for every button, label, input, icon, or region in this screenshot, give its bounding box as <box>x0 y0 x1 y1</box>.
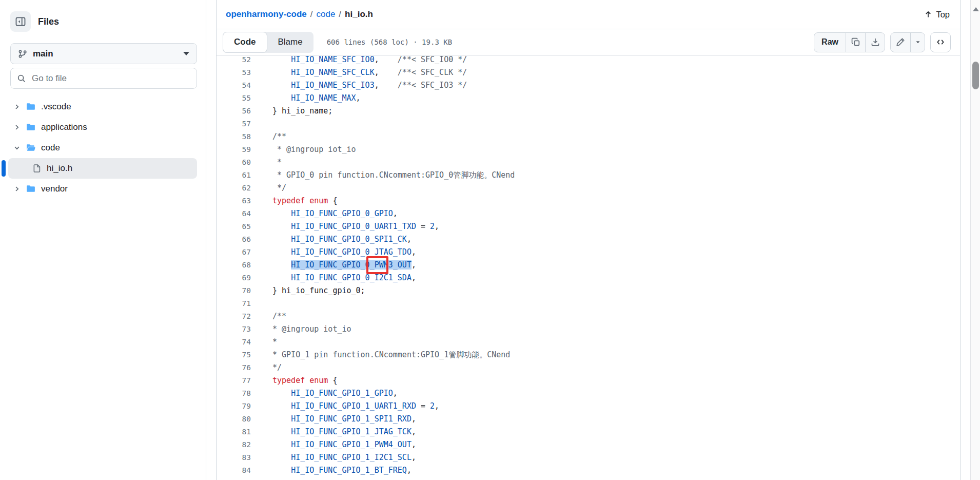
arrow-up-icon <box>924 10 932 18</box>
code-line: 62 */ <box>217 182 960 195</box>
line-number[interactable]: 70 <box>217 284 251 297</box>
copy-raw-content-button[interactable] <box>846 33 865 52</box>
code-line-text: HI_IO_FUNC_GPIO_1_I2C1_SCL, <box>251 451 416 464</box>
tree-item-code[interactable]: code <box>8 138 197 158</box>
code-line: 54 HI_IO_NAME_SFC_IO3, /**< SFC_IO3 */ <box>217 79 960 92</box>
code-line-text: * @ingroup iot_io <box>251 143 356 156</box>
code-line: 76*/ <box>217 361 960 374</box>
line-number[interactable]: 57 <box>217 118 251 130</box>
line-number[interactable]: 69 <box>217 272 251 284</box>
back-to-top-button[interactable]: Top <box>924 10 950 20</box>
line-number[interactable]: 56 <box>217 105 251 118</box>
scrollbar-up-arrow-icon[interactable] <box>973 7 979 11</box>
line-number[interactable]: 83 <box>217 451 251 464</box>
line-number[interactable]: 53 <box>217 66 251 79</box>
line-number[interactable]: 61 <box>217 169 251 182</box>
code-line: 61 * GPIO_0 pin function.CNcomment:GPIO_… <box>217 169 960 182</box>
line-number[interactable]: 74 <box>217 336 251 349</box>
download-raw-file-button[interactable] <box>865 33 885 52</box>
line-number[interactable]: 72 <box>217 310 251 323</box>
code-line-text: HI_IO_FUNC_GPIO_0_I2C1_SDA, <box>251 272 416 284</box>
line-number[interactable]: 71 <box>217 297 251 310</box>
code-line-text: * @ingroup iot_io <box>251 323 351 336</box>
tree-item-applications[interactable]: applications <box>8 117 197 138</box>
code-line: 58/** <box>217 130 960 143</box>
breadcrumb-dir-link[interactable]: code <box>316 9 335 19</box>
line-number[interactable]: 65 <box>217 220 251 233</box>
breadcrumb-repo-link[interactable]: openharmony-code <box>226 9 307 19</box>
code-line: 71 <box>217 297 960 310</box>
code-line-text: HI_IO_FUNC_GPIO_1_JTAG_TCK, <box>251 426 416 438</box>
line-number[interactable]: 55 <box>217 92 251 105</box>
line-number[interactable]: 68 <box>217 259 251 272</box>
file-view-panel: openharmony-code/code/hi_io.h Top Code B… <box>216 0 961 480</box>
code-line: 68 HI_IO_FUNC_GPIO_0_PWM3_OUT, <box>217 259 960 272</box>
line-number[interactable]: 75 <box>217 349 251 361</box>
code-line-text: HI_IO_FUNC_GPIO_1_SPI1_RXD, <box>251 413 416 426</box>
line-number[interactable]: 58 <box>217 130 251 143</box>
code-line-text: * <box>251 156 282 169</box>
search-icon <box>17 74 26 83</box>
branch-selector[interactable]: main <box>10 43 197 64</box>
code-viewer[interactable]: 52 HI_IO_NAME_SFC_IO0, /**< SFC_IO0 */53… <box>217 55 960 480</box>
breadcrumb-row: openharmony-code/code/hi_io.h Top <box>217 0 960 29</box>
line-number[interactable]: 64 <box>217 207 251 220</box>
code-line-text: HI_IO_FUNC_GPIO_0_GPIO, <box>251 207 398 220</box>
code-line-text: HI_IO_NAME_SFC_CLK, /**< SFC_CLK */ <box>251 66 467 79</box>
line-number[interactable]: 77 <box>217 374 251 387</box>
line-number[interactable]: 59 <box>217 143 251 156</box>
current-branch-label: main <box>33 49 53 59</box>
code-line-text: * GPIO_0 pin function.CNcomment:GPIO_0管脚… <box>251 169 515 182</box>
raw-button[interactable]: Raw <box>814 33 846 52</box>
code-line-text: HI_IO_FUNC_GPIO_0_PWM3_OUT, <box>251 259 416 272</box>
line-number[interactable]: 63 <box>217 195 251 207</box>
line-number[interactable]: 54 <box>217 79 251 92</box>
code-line: 77typedef enum { <box>217 374 960 387</box>
line-number[interactable]: 67 <box>217 246 251 259</box>
file-tree-sidebar: Files main Go to file .vscodeapplication… <box>0 0 206 480</box>
code-line-text: HI_IO_NAME_SFC_IO3, /**< SFC_IO3 */ <box>251 79 467 92</box>
top-button-label: Top <box>936 10 950 20</box>
line-number[interactable]: 76 <box>217 361 251 374</box>
breadcrumb-current-file: hi_io.h <box>345 9 373 19</box>
line-number[interactable]: 82 <box>217 438 251 451</box>
go-to-file-input[interactable]: Go to file <box>10 68 197 89</box>
breadcrumb: openharmony-code/code/hi_io.h <box>226 9 373 20</box>
code-line: 69 HI_IO_FUNC_GPIO_0_I2C1_SDA, <box>217 272 960 284</box>
folder-icon <box>26 123 36 132</box>
edit-file-button[interactable] <box>891 33 910 52</box>
file-icon <box>32 164 42 173</box>
line-number[interactable]: 84 <box>217 464 251 477</box>
line-number[interactable]: 79 <box>217 400 251 413</box>
line-number[interactable]: 66 <box>217 233 251 246</box>
code-line: 55 HI_IO_NAME_MAX, <box>217 92 960 105</box>
folder-open-icon <box>26 143 36 152</box>
line-number[interactable]: 78 <box>217 387 251 400</box>
line-number[interactable]: 60 <box>217 156 251 169</box>
edit-options-dropdown[interactable] <box>910 33 925 52</box>
line-number[interactable]: 81 <box>217 426 251 438</box>
line-number[interactable]: 52 <box>217 55 251 66</box>
tree-item-vscode[interactable]: .vscode <box>8 97 197 117</box>
line-number[interactable]: 80 <box>217 413 251 426</box>
chevron-right-icon <box>8 123 26 131</box>
code-line: 52 HI_IO_NAME_SFC_IO0, /**< SFC_IO0 */ <box>217 55 960 66</box>
breadcrumb-separator: / <box>307 9 317 19</box>
download-icon <box>871 37 880 47</box>
page-scrollbar[interactable] <box>970 0 980 480</box>
code-line: 63typedef enum { <box>217 195 960 207</box>
line-number[interactable]: 62 <box>217 182 251 195</box>
code-line-text: HI_IO_FUNC_GPIO_0_UART1_TXD = 2, <box>251 220 439 233</box>
scrollbar-thumb[interactable] <box>972 62 979 89</box>
line-number[interactable]: 73 <box>217 323 251 336</box>
code-line: 78 HI_IO_FUNC_GPIO_1_GPIO, <box>217 387 960 400</box>
symbols-panel-button[interactable] <box>930 32 951 52</box>
tree-item-label: .vscode <box>41 102 71 112</box>
tree-item-hi-io-h[interactable]: hi_io.h <box>8 158 197 179</box>
tab-blame[interactable]: Blame <box>267 32 313 53</box>
tab-code[interactable]: Code <box>223 32 267 53</box>
tree-item-vendor[interactable]: vendor <box>8 179 197 199</box>
code-line-text: HI_IO_FUNC_GPIO_1_BT_FREQ, <box>251 464 411 477</box>
file-toolbar: Code Blame 606 lines (568 loc) · 19.3 KB… <box>217 29 960 55</box>
collapse-sidebar-button[interactable] <box>10 11 31 32</box>
